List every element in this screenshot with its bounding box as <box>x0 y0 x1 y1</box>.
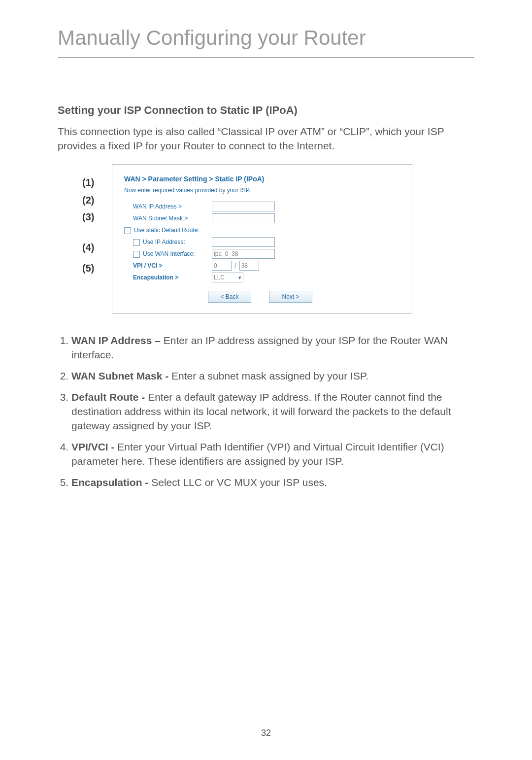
use-wan-if-label: Use WAN Interface: <box>143 250 195 257</box>
wan-ip-input[interactable] <box>212 202 275 211</box>
panel-instruction: Now enter required values provided by yo… <box>124 186 400 195</box>
vpi-input[interactable] <box>212 261 232 271</box>
use-ip-input[interactable] <box>212 237 275 247</box>
callout-list: (1) (2) (3) (4) (5) <box>82 164 112 274</box>
page-title: Manually Configuring your Router <box>58 24 474 52</box>
wan-ip-label: WAN IP Address > <box>124 203 212 211</box>
callout-5: (5) <box>82 262 112 274</box>
use-static-checkbox[interactable] <box>124 227 131 234</box>
use-wan-if-input[interactable] <box>212 249 275 259</box>
config-screenshot: (1) (2) (3) (4) (5) WAN > Parameter Sett… <box>82 164 474 314</box>
intro-text: This connection type is also called “Cla… <box>58 125 474 153</box>
back-button[interactable]: < Back <box>208 291 251 303</box>
callout-1: (1) <box>82 176 112 184</box>
callout-3: (3) <box>82 210 112 225</box>
router-panel: WAN > Parameter Setting > Static IP (IPo… <box>112 164 412 314</box>
use-ip-checkbox[interactable] <box>133 239 140 246</box>
use-wan-if-checkbox[interactable] <box>133 251 140 258</box>
chevron-down-icon: ▾ <box>238 274 241 281</box>
breadcrumb: WAN > Parameter Setting > Static IP (IPo… <box>124 174 400 184</box>
list-item: Encapsulation - Select LLC or VC MUX you… <box>71 476 474 490</box>
vci-input[interactable] <box>239 261 259 271</box>
list-item: WAN IP Address – Enter an IP address ass… <box>71 334 474 362</box>
title-bar: Manually Configuring your Router <box>58 24 474 58</box>
encap-select[interactable]: LLC ▾ <box>212 273 243 282</box>
wan-mask-input[interactable] <box>212 213 275 223</box>
callout-4: (4) <box>82 241 112 255</box>
wan-mask-label: WAN Subnet Mask > <box>124 214 212 223</box>
encap-value: LLC <box>214 274 225 282</box>
page-number: 32 <box>0 727 532 739</box>
callout-2: (2) <box>82 194 112 210</box>
list-item: VPI/VCI - Enter your Virtual Path Identi… <box>71 440 474 469</box>
list-item: Default Route - Enter a default gateway … <box>71 390 474 433</box>
vpi-vci-label: VPI / VCI > <box>124 262 212 270</box>
use-ip-label: Use IP Address: <box>143 239 185 245</box>
use-static-label: Use static Default Route: <box>134 227 200 234</box>
next-button[interactable]: Next > <box>269 291 312 303</box>
section-heading: Setting your ISP Connection to Static IP… <box>58 103 474 118</box>
encap-label: Encapsulation > <box>124 274 212 282</box>
description-list: WAN IP Address – Enter an IP address ass… <box>58 334 474 490</box>
list-item: WAN Subnet Mask - Enter a subnet mask as… <box>71 369 474 383</box>
